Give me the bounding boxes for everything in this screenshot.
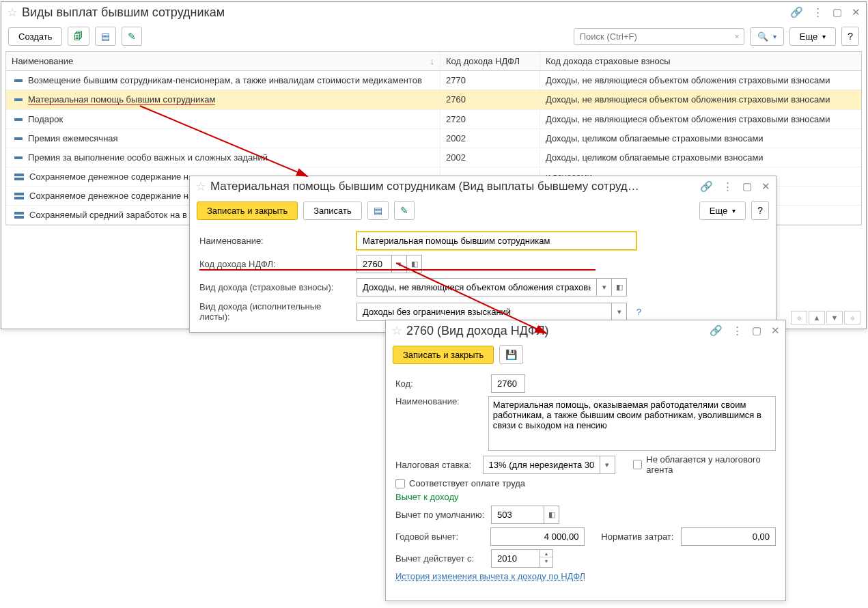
label-rate: Налоговая ставка: — [395, 460, 477, 470]
save-icon-button[interactable]: 💾 — [499, 345, 523, 364]
row-type-icon — [14, 79, 23, 82]
exec-picker[interactable]: ▾ — [356, 303, 627, 321]
dropdown-icon[interactable]: ▾ — [612, 303, 627, 321]
edit-button[interactable]: ✎ — [394, 201, 415, 220]
open-icon[interactable]: ◧ — [544, 506, 559, 524]
valid-from-picker[interactable]: ▴▾ — [491, 549, 553, 568]
col-ins[interactable]: Код дохода страховые взносы — [540, 52, 861, 70]
search-field[interactable] — [578, 31, 734, 42]
star-icon[interactable]: ☆ — [391, 323, 402, 338]
row-name: Подарок — [28, 114, 63, 124]
norm-field[interactable] — [681, 527, 776, 546]
corresp-checkbox[interactable]: Соответствует оплате труда — [395, 478, 525, 488]
label-year-deduct: Годовой вычет: — [395, 531, 485, 542]
row-type-icon — [14, 98, 23, 101]
maximize-icon[interactable]: ▢ — [742, 180, 752, 193]
dialog-title: Материальная помощь бывшим сотрудникам (… — [210, 180, 696, 193]
row-ins: Доходы, не являющиеся объектом обложения… — [540, 110, 861, 128]
spin-down-icon[interactable]: ▾ — [540, 557, 552, 565]
row-type-icon — [14, 174, 24, 180]
create-button[interactable]: Создать — [8, 27, 62, 46]
dialog-toolbar: Записать и закрыть Записать ▤ ✎ Еще▾ ? — [190, 197, 776, 224]
dropdown-icon[interactable]: ▾ — [597, 278, 612, 296]
row-type-icon — [14, 118, 23, 121]
row-type-icon — [14, 193, 24, 199]
label-deduct-default: Вычет по умолчанию: — [395, 510, 486, 520]
close-icon[interactable]: ✕ — [761, 180, 770, 193]
save-button[interactable]: Записать — [303, 202, 362, 220]
scroll-up-icon[interactable]: ▲ — [809, 311, 825, 324]
save-close-button[interactable]: Записать и закрыть — [393, 346, 494, 364]
label-name: Наименование: — [395, 396, 483, 406]
save-close-button[interactable]: Записать и закрыть — [197, 202, 298, 220]
help-button[interactable]: ? — [751, 201, 769, 220]
star-icon[interactable]: ☆ — [7, 5, 18, 20]
table-row[interactable]: Материальная помощь бывшим сотрудникам 2… — [6, 90, 861, 110]
ins-picker[interactable]: ▾ ◧ — [356, 278, 627, 296]
dropdown-icon[interactable]: ▾ — [600, 456, 615, 474]
row-name: Сохраняемое денежное содержание на — [29, 191, 193, 201]
table-row[interactable]: Возмещение бывшим сотрудникам-пенсионера… — [6, 71, 861, 90]
row-name: Сохраняемый средний заработок на в — [29, 210, 187, 220]
col-name[interactable]: Наименование↓ — [6, 52, 440, 70]
row-name: Материальная помощь бывшим сотрудникам — [28, 94, 215, 105]
row-ndfl: 2720 — [440, 110, 540, 128]
row-ins: Доходы, целиком облагаемые страховыми вз… — [540, 148, 861, 167]
spin-up-icon[interactable]: ▴ — [540, 550, 552, 557]
row-ndfl: 2770 — [440, 71, 540, 89]
maximize-icon[interactable]: ▢ — [752, 324, 761, 337]
link-icon[interactable]: 🔗 — [790, 6, 803, 18]
row-ins: Доходы, не являющиеся объектом обложения… — [540, 71, 861, 89]
table-row[interactable]: Подарок 2720 Доходы, не являющиеся объек… — [6, 110, 861, 129]
main-toolbar: Создать 🗐 ▤ ✎ × 🔍▾ Еще▾ ? — [1, 23, 866, 50]
scroll-buttons: ⟐ ▲ ▼ ⟐ — [791, 311, 860, 324]
dialog-title-bar: ☆ Материальная помощь бывшим сотрудникам… — [190, 176, 776, 197]
search-button[interactable]: 🔍▾ — [750, 27, 784, 46]
row-ins: Доходы, не являющиеся объектом обложения… — [540, 90, 861, 109]
more-menu-icon[interactable]: ⋮ — [732, 324, 742, 337]
link-icon[interactable]: 🔗 — [700, 180, 713, 193]
code-field[interactable] — [491, 374, 525, 393]
deduct-default-picker[interactable]: ◧ — [491, 506, 559, 524]
label-exec: Вид дохода (исполнительные листы): — [199, 301, 351, 322]
scroll-down-icon[interactable]: ▼ — [826, 311, 843, 324]
edit-button[interactable]: ✎ — [122, 27, 142, 46]
label-name: Наименование: — [199, 236, 351, 246]
scroll-top-icon[interactable]: ⟐ — [791, 311, 807, 324]
search-input[interactable]: × — [574, 28, 744, 45]
page-title: Виды выплат бывшим сотрудникам — [22, 5, 786, 20]
label-code: Код: — [395, 378, 486, 389]
row-name: Премия за выполнение особо важных и слож… — [28, 152, 268, 163]
rate-picker[interactable]: ▾ — [483, 456, 615, 474]
list-button[interactable]: ▤ — [95, 27, 116, 46]
row-type-icon — [14, 156, 23, 159]
col-ndfl[interactable]: Код дохода НДФЛ — [440, 52, 540, 70]
year-deduct-field[interactable] — [490, 527, 585, 546]
name-textarea[interactable]: Материальная помощь, оказываемая работод… — [488, 396, 776, 451]
scroll-bottom-icon[interactable]: ⟐ — [844, 311, 860, 324]
help-button[interactable]: ? — [841, 27, 859, 46]
more-button[interactable]: Еще▾ — [699, 202, 746, 220]
more-menu-icon[interactable]: ⋮ — [813, 6, 823, 18]
star-icon[interactable]: ☆ — [195, 179, 206, 194]
name-field[interactable] — [356, 232, 636, 250]
dialog2-fields: Код: Наименование: Материальная помощь, … — [386, 368, 785, 588]
copy-button[interactable]: 🗐 — [68, 27, 89, 46]
help-icon[interactable]: ? — [636, 307, 641, 317]
dialog2-title: 2760 (Вид дохода НДФЛ) — [406, 324, 705, 338]
table-row[interactable]: Премия ежемесячная 2002 Доходы, целиком … — [6, 129, 861, 148]
more-button[interactable]: Еще▾ — [789, 27, 836, 46]
maximize-icon[interactable]: ▢ — [832, 6, 842, 18]
row-type-icon — [14, 137, 23, 140]
open-icon[interactable]: ◧ — [612, 278, 627, 296]
list-button[interactable]: ▤ — [367, 201, 389, 220]
clear-search-icon[interactable]: × — [734, 31, 740, 42]
not-taxed-checkbox[interactable]: Не облагается у налогового агента — [633, 454, 776, 475]
close-icon[interactable]: ✕ — [852, 6, 860, 18]
table-row[interactable]: Премия за выполнение особо важных и слож… — [6, 148, 861, 167]
dialog-fields: Наименование: Код дохода НДФЛ: ▾ ◧ Вид д… — [190, 224, 776, 329]
more-menu-icon[interactable]: ⋮ — [723, 180, 733, 193]
history-link[interactable]: История изменения вычета к доходу по НДФ… — [395, 571, 585, 581]
close-icon[interactable]: ✕ — [771, 324, 780, 337]
link-icon[interactable]: 🔗 — [710, 324, 723, 337]
